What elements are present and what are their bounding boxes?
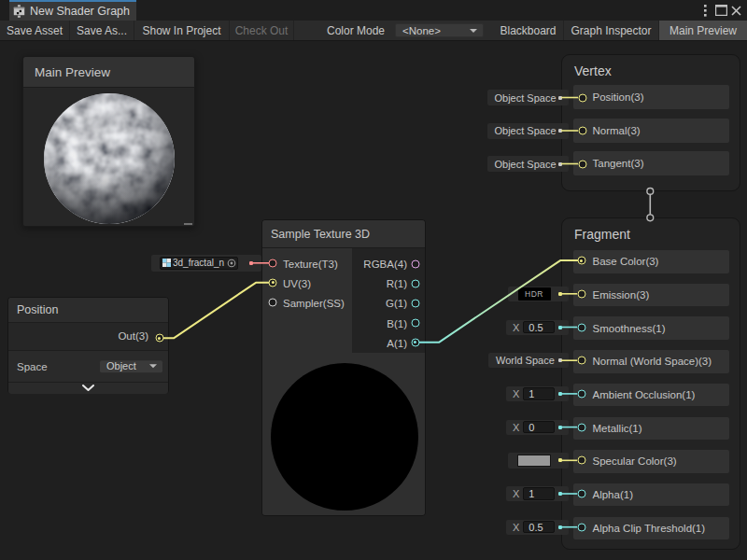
position-node[interactable]: Position Out(3) Space Object — [7, 297, 169, 394]
port-normal-ws[interactable] — [577, 357, 585, 365]
texture-object-picker[interactable]: 3d_fractal_n — [160, 257, 238, 271]
float-value-input[interactable]: 0.5 — [523, 321, 555, 334]
color-mode-dropdown[interactable]: <None> — [395, 23, 484, 37]
fragment-row-label: Normal (World Space)(3) — [593, 356, 712, 367]
port-specular-color[interactable] — [577, 456, 585, 465]
fragment-row-ambient-occlusion[interactable]: Ambient Occlusion(1) — [573, 384, 729, 407]
fragment-row-normal[interactable]: Normal (World Space)(3) — [573, 350, 729, 373]
hdr-color-swatch[interactable]: HDR — [518, 287, 551, 301]
vertex-tangent-space-dropdown[interactable]: Object Space — [487, 156, 569, 172]
float-value-input[interactable]: 0.5 — [523, 521, 555, 534]
maximize-icon — [715, 5, 727, 16]
port-b[interactable] — [411, 319, 419, 328]
port-alpha-clip[interactable] — [577, 523, 585, 531]
button-label: Blackboard — [500, 24, 556, 37]
texture-asset-name: 3d_fractal_n — [173, 258, 227, 268]
slot-connector-dot — [558, 292, 562, 296]
main-preview-panel[interactable]: Main Preview — [22, 56, 195, 227]
port-ambient-occlusion[interactable] — [577, 389, 585, 398]
window-controls — [713, 0, 729, 21]
float-value-input[interactable]: 0 — [523, 421, 555, 434]
chevron-down-icon — [470, 29, 477, 33]
output-label-g: G(1) — [386, 298, 407, 309]
vertex-row-label: Position(3) — [593, 91, 644, 103]
input-label-sampler: Sampler(SS) — [283, 298, 345, 309]
port-smoothness[interactable] — [577, 323, 585, 331]
main-preview-header[interactable]: Main Preview — [23, 57, 194, 88]
window-maximize-button[interactable] — [713, 0, 729, 21]
titlebar: New Shader Graph — [0, 0, 747, 21]
window-close-button[interactable] — [728, 0, 744, 21]
vertex-position-space-dropdown[interactable]: Object Space — [487, 90, 569, 105]
metallic-value-field[interactable]: X 0 — [506, 420, 569, 435]
port-texture-t3[interactable] — [269, 259, 277, 267]
sample-texture-3d-node[interactable]: Sample Texture 3D Texture(T3) UV(3) Samp… — [261, 219, 426, 516]
normal-space-dropdown[interactable]: World Space — [488, 353, 569, 368]
float-value-input[interactable]: 1 — [523, 487, 555, 500]
slot-connector-dot — [558, 392, 562, 396]
show-in-project-button[interactable]: Show In Project — [134, 21, 230, 40]
port-r[interactable] — [411, 279, 419, 287]
vertex-row-tangent[interactable]: Tangent(3) — [573, 151, 729, 175]
output-label-b: B(1) — [387, 318, 407, 329]
vertex-row-position[interactable]: Position(3) — [573, 85, 729, 109]
object-picker-icon[interactable] — [227, 259, 236, 268]
port-alpha[interactable] — [577, 490, 585, 498]
port-base-color[interactable] — [577, 257, 585, 265]
emission-hdr-field[interactable]: HDR — [508, 287, 569, 301]
port-uv[interactable] — [269, 278, 277, 287]
vertex-normal-space-dropdown[interactable]: Object Space — [487, 123, 569, 139]
vertex-row-normal[interactable]: Normal(3) — [573, 119, 729, 143]
fragment-row-emission[interactable]: Emission(3) — [573, 284, 729, 307]
position-collapse-row[interactable] — [8, 383, 168, 394]
color-swatch[interactable] — [517, 455, 551, 467]
fragment-node[interactable]: Fragment Base Color(3) Emission(3) Smoot… — [561, 217, 740, 550]
alpha-value-field[interactable]: X 1 — [506, 486, 569, 501]
position-node-header[interactable]: Position — [8, 298, 168, 323]
port-vertex-tangent[interactable] — [579, 160, 587, 168]
port-emission[interactable] — [577, 289, 585, 298]
save-as-button[interactable]: Save As... — [70, 21, 134, 40]
port-vertex-normal[interactable] — [579, 127, 587, 135]
port-a[interactable] — [411, 338, 419, 346]
ambient-occlusion-value-field[interactable]: X 1 — [506, 386, 569, 401]
panel-resize-handle[interactable] — [184, 223, 192, 225]
slot-connector-dot — [558, 525, 562, 529]
label-text: Color Mode — [327, 24, 385, 37]
fragment-row-smoothness[interactable]: Smoothness(1) — [573, 316, 729, 340]
window-menu-button[interactable] — [698, 0, 713, 21]
position-out-row: Out(3) — [8, 323, 168, 352]
fragment-row-specular-color[interactable]: Specular Color(3) — [573, 450, 729, 473]
sample-texture-3d-header[interactable]: Sample Texture 3D — [262, 220, 425, 248]
main-preview-button[interactable]: Main Preview — [659, 21, 747, 40]
fragment-row-alpha[interactable]: Alpha(1) — [573, 483, 729, 507]
port-rgba[interactable] — [411, 259, 419, 268]
smoothness-value-field[interactable]: X 0.5 — [506, 320, 569, 335]
slot-connector-dot — [558, 492, 562, 496]
blackboard-button[interactable]: Blackboard — [493, 21, 564, 40]
fragment-row-alpha-clip[interactable]: Alpha Clip Threshold(1) — [573, 517, 729, 540]
graph-inspector-button[interactable]: Graph Inspector — [564, 21, 659, 40]
port-sampler[interactable] — [269, 299, 277, 307]
shader-graph-icon — [13, 5, 25, 18]
fragment-row-label: Emission(3) — [593, 289, 650, 301]
port-g[interactable] — [411, 299, 419, 307]
vertex-node[interactable]: Vertex Position(3) Normal(3) Tangent(3) — [561, 54, 740, 191]
specular-color-swatch[interactable] — [508, 453, 569, 469]
save-asset-button[interactable]: Save Asset — [0, 21, 70, 40]
tab-new-shader-graph[interactable]: New Shader Graph — [9, 0, 136, 21]
tab-title: New Shader Graph — [30, 5, 130, 18]
graph-canvas[interactable]: Main Preview — [0, 41, 747, 560]
port-position-out[interactable] — [155, 334, 163, 343]
fragment-row-metallic[interactable]: Metallic(1) — [573, 417, 729, 441]
alpha-clip-value-field[interactable]: X 0.5 — [506, 520, 569, 535]
slot-connector-dot — [558, 358, 562, 362]
port-metallic[interactable] — [577, 423, 585, 431]
fragment-row-label: Alpha(1) — [593, 489, 633, 500]
port-vertex-position[interactable] — [579, 93, 587, 102]
float-value-input[interactable]: 1 — [523, 387, 555, 400]
fragment-row-base-color[interactable]: Base Color(3) — [573, 250, 729, 273]
wire-position-out-to-uv[interactable] — [160, 283, 274, 339]
position-space-dropdown[interactable]: Object — [100, 360, 162, 373]
texture-asset-field[interactable]: 3d_fractal_n — [151, 255, 261, 272]
